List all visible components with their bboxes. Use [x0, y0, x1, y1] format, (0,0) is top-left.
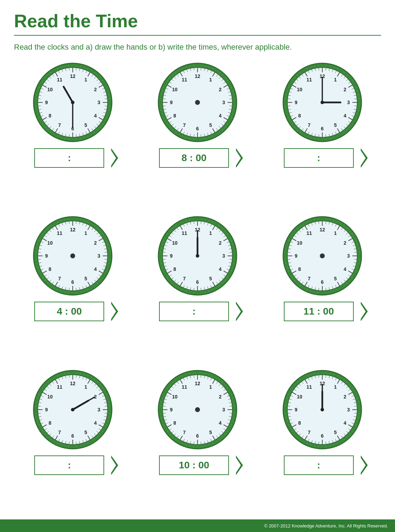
- svg-point-627: [344, 225, 344, 226]
- svg-point-137: [233, 94, 234, 95]
- svg-point-527: [172, 283, 173, 284]
- svg-point-1017: [326, 446, 326, 447]
- svg-text:4: 4: [94, 420, 97, 425]
- svg-text:9: 9: [45, 253, 48, 259]
- svg-text:5: 5: [334, 430, 337, 435]
- svg-point-655: [288, 271, 289, 271]
- svg-point-1021: [307, 443, 307, 444]
- svg-point-914: [175, 379, 176, 380]
- svg-point-625: [333, 220, 334, 221]
- svg-point-165: [162, 91, 163, 91]
- svg-text:2: 2: [219, 87, 222, 92]
- svg-point-1024: [294, 434, 295, 434]
- svg-point-128: [205, 66, 206, 66]
- svg-text:4: 4: [344, 266, 346, 272]
- svg-point-782: [36, 405, 36, 406]
- svg-point-23: [84, 137, 85, 138]
- svg-point-520: [205, 292, 206, 293]
- clock-cell-9: 123456789101112 :: [263, 369, 381, 512]
- svg-point-37: [36, 106, 36, 107]
- svg-point-873: [209, 374, 209, 375]
- svg-text:10: 10: [172, 394, 178, 399]
- svg-text:1: 1: [209, 230, 212, 236]
- svg-point-891: [212, 443, 213, 444]
- svg-point-663: [292, 234, 293, 235]
- svg-point-1022: [300, 439, 301, 440]
- svg-point-658: [285, 259, 286, 260]
- svg-point-912: [170, 384, 170, 385]
- clock-grid: 123456789101112 : 123456789101112 8 : 00…: [14, 62, 381, 512]
- time-label-3: :: [284, 148, 354, 168]
- svg-point-669: [314, 219, 315, 220]
- svg-point-132: [222, 74, 223, 75]
- svg-point-769: [76, 446, 77, 447]
- svg-text:8: 8: [173, 420, 176, 425]
- svg-point-998: [344, 379, 344, 380]
- svg-point-28: [61, 137, 62, 138]
- svg-text:2: 2: [344, 240, 346, 246]
- clock-cell-2: 123456789101112 8 : 00: [139, 62, 257, 205]
- svg-point-751: [97, 382, 98, 382]
- svg-point-275: [314, 138, 315, 139]
- arrow-inner: [360, 457, 366, 473]
- svg-point-911: [167, 387, 168, 388]
- svg-text:11: 11: [182, 384, 187, 390]
- svg-point-138: [234, 98, 235, 99]
- arrow-inner: [111, 457, 116, 473]
- svg-point-1006: [359, 413, 359, 414]
- svg-text:7: 7: [183, 430, 186, 435]
- svg-point-659: [285, 252, 286, 252]
- svg-point-902: [167, 431, 168, 432]
- svg-point-991: [195, 407, 200, 412]
- svg-point-781: [36, 413, 36, 414]
- svg-point-150: [201, 139, 202, 139]
- svg-point-1040: [314, 373, 315, 374]
- svg-text:9: 9: [295, 253, 297, 259]
- svg-point-901: [170, 434, 170, 434]
- svg-text:11: 11: [306, 230, 312, 236]
- svg-text:8: 8: [173, 113, 176, 118]
- svg-text:7: 7: [58, 122, 61, 128]
- svg-point-524: [186, 291, 186, 292]
- svg-point-382: [102, 234, 103, 235]
- svg-point-785: [38, 394, 39, 395]
- svg-point-636: [358, 263, 359, 264]
- svg-text:1: 1: [85, 384, 87, 390]
- svg-point-46: [57, 68, 58, 69]
- svg-point-173: [189, 66, 190, 66]
- svg-point-790: [57, 375, 58, 376]
- svg-point-632: [357, 244, 358, 245]
- svg-point-255: [346, 74, 347, 75]
- svg-point-393: [97, 283, 98, 284]
- svg-point-266: [352, 124, 352, 124]
- svg-point-1012: [346, 437, 347, 437]
- svg-point-4: [84, 67, 85, 67]
- svg-point-251: [329, 66, 330, 66]
- svg-point-48: [65, 66, 65, 66]
- svg-point-762: [102, 431, 103, 432]
- svg-point-14: [109, 106, 110, 107]
- svg-point-750: [94, 379, 95, 380]
- svg-point-133: [225, 77, 225, 78]
- clock-8: 123456789101112: [157, 369, 238, 450]
- svg-point-499: [205, 219, 206, 220]
- svg-point-500: [209, 220, 209, 221]
- svg-point-404: [48, 283, 48, 284]
- svg-point-775: [48, 437, 48, 437]
- svg-point-387: [109, 259, 110, 260]
- svg-point-11: [108, 91, 108, 91]
- svg-point-172: [186, 67, 186, 67]
- svg-point-44: [48, 74, 48, 75]
- svg-point-413: [37, 244, 38, 245]
- svg-point-7: [97, 74, 98, 75]
- svg-point-272: [329, 138, 330, 139]
- svg-point-784: [37, 398, 38, 398]
- svg-point-397: [80, 292, 81, 293]
- svg-point-792: [65, 373, 65, 374]
- arrow-inner: [360, 150, 366, 166]
- svg-point-531: [162, 267, 163, 268]
- svg-point-657: [286, 263, 286, 264]
- svg-point-253: [337, 68, 338, 69]
- svg-point-780: [36, 417, 37, 417]
- svg-point-139: [234, 106, 235, 107]
